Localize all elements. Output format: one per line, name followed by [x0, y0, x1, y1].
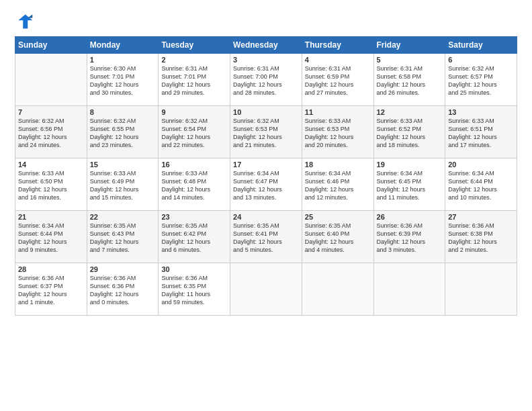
day-number: 3: [233, 56, 299, 64]
calendar: Sunday Monday Tuesday Wednesday Thursday…: [15, 36, 517, 316]
table-row: 14Sunrise: 6:33 AM Sunset: 6:50 PM Dayli…: [15, 158, 87, 211]
day-number: 17: [233, 161, 299, 169]
header-monday: Monday: [87, 37, 159, 54]
logo-icon: [15, 12, 34, 31]
table-row: 30Sunrise: 6:36 AM Sunset: 6:35 PM Dayli…: [159, 263, 230, 316]
day-info: Sunrise: 6:32 AM Sunset: 6:57 PM Dayligh…: [448, 64, 514, 97]
table-row: 9Sunrise: 6:32 AM Sunset: 6:54 PM Daylig…: [159, 106, 230, 158]
day-number: 1: [90, 56, 156, 64]
day-number: 12: [377, 108, 443, 116]
table-row: 5Sunrise: 6:31 AM Sunset: 6:58 PM Daylig…: [373, 54, 445, 106]
header-thursday: Thursday: [302, 37, 373, 54]
day-number: 6: [448, 56, 514, 64]
day-info: Sunrise: 6:34 AM Sunset: 6:44 PM Dayligh…: [448, 169, 514, 202]
table-row: 23Sunrise: 6:35 AM Sunset: 6:42 PM Dayli…: [159, 211, 230, 263]
table-row: [445, 263, 517, 316]
table-row: 10Sunrise: 6:32 AM Sunset: 6:53 PM Dayli…: [230, 106, 302, 158]
day-info: Sunrise: 6:31 AM Sunset: 6:59 PM Dayligh…: [305, 64, 371, 97]
logo: [15, 12, 36, 31]
day-number: 18: [305, 161, 371, 169]
table-row: 21Sunrise: 6:34 AM Sunset: 6:44 PM Dayli…: [15, 211, 87, 263]
table-row: 25Sunrise: 6:35 AM Sunset: 6:40 PM Dayli…: [302, 211, 373, 263]
day-info: Sunrise: 6:30 AM Sunset: 7:01 PM Dayligh…: [90, 64, 156, 97]
table-row: 29Sunrise: 6:36 AM Sunset: 6:36 PM Dayli…: [87, 263, 159, 316]
day-info: Sunrise: 6:31 AM Sunset: 7:00 PM Dayligh…: [233, 64, 299, 97]
header-friday: Friday: [373, 37, 445, 54]
calendar-week-row: 7Sunrise: 6:32 AM Sunset: 6:56 PM Daylig…: [15, 106, 517, 158]
table-row: 8Sunrise: 6:32 AM Sunset: 6:55 PM Daylig…: [87, 106, 159, 158]
calendar-week-row: 14Sunrise: 6:33 AM Sunset: 6:50 PM Dayli…: [15, 158, 517, 211]
day-number: 20: [448, 161, 514, 169]
day-info: Sunrise: 6:34 AM Sunset: 6:47 PM Dayligh…: [233, 169, 299, 202]
table-row: 22Sunrise: 6:35 AM Sunset: 6:43 PM Dayli…: [87, 211, 159, 263]
table-row: [373, 263, 445, 316]
day-info: Sunrise: 6:36 AM Sunset: 6:38 PM Dayligh…: [448, 222, 514, 255]
day-number: 29: [90, 265, 156, 273]
day-number: 30: [161, 265, 227, 273]
day-number: 15: [90, 161, 156, 169]
day-number: 2: [161, 56, 227, 64]
day-info: Sunrise: 6:33 AM Sunset: 6:48 PM Dayligh…: [161, 169, 227, 202]
table-row: 24Sunrise: 6:35 AM Sunset: 6:41 PM Dayli…: [230, 211, 302, 263]
table-row: 20Sunrise: 6:34 AM Sunset: 6:44 PM Dayli…: [445, 158, 517, 211]
day-number: 27: [448, 213, 514, 221]
calendar-week-row: 1Sunrise: 6:30 AM Sunset: 7:01 PM Daylig…: [15, 54, 517, 106]
table-row: 28Sunrise: 6:36 AM Sunset: 6:37 PM Dayli…: [15, 263, 87, 316]
table-row: 11Sunrise: 6:33 AM Sunset: 6:53 PM Dayli…: [302, 106, 373, 158]
table-row: 27Sunrise: 6:36 AM Sunset: 6:38 PM Dayli…: [445, 211, 517, 263]
day-info: Sunrise: 6:36 AM Sunset: 6:37 PM Dayligh…: [18, 274, 84, 307]
table-row: 6Sunrise: 6:32 AM Sunset: 6:57 PM Daylig…: [445, 54, 517, 106]
day-number: 9: [161, 108, 227, 116]
day-info: Sunrise: 6:36 AM Sunset: 6:35 PM Dayligh…: [161, 274, 227, 307]
table-row: 12Sunrise: 6:33 AM Sunset: 6:52 PM Dayli…: [373, 106, 445, 158]
day-number: 25: [305, 213, 371, 221]
day-number: 23: [161, 213, 227, 221]
day-info: Sunrise: 6:32 AM Sunset: 6:54 PM Dayligh…: [161, 117, 227, 150]
day-number: 19: [377, 161, 443, 169]
day-info: Sunrise: 6:36 AM Sunset: 6:36 PM Dayligh…: [90, 274, 156, 307]
day-number: 4: [305, 56, 371, 64]
day-info: Sunrise: 6:32 AM Sunset: 6:55 PM Dayligh…: [90, 117, 156, 150]
day-number: 5: [377, 56, 443, 64]
table-row: 26Sunrise: 6:36 AM Sunset: 6:39 PM Dayli…: [373, 211, 445, 263]
day-info: Sunrise: 6:35 AM Sunset: 6:41 PM Dayligh…: [233, 222, 299, 255]
header-sunday: Sunday: [15, 37, 87, 54]
day-number: 7: [18, 108, 84, 116]
header-wednesday: Wednesday: [230, 37, 302, 54]
table-row: 2Sunrise: 6:31 AM Sunset: 7:01 PM Daylig…: [159, 54, 230, 106]
day-info: Sunrise: 6:33 AM Sunset: 6:51 PM Dayligh…: [448, 117, 514, 150]
header-tuesday: Tuesday: [159, 37, 230, 54]
table-row: [15, 54, 87, 106]
table-row: [230, 263, 302, 316]
day-info: Sunrise: 6:33 AM Sunset: 6:50 PM Dayligh…: [18, 169, 84, 202]
day-info: Sunrise: 6:33 AM Sunset: 6:53 PM Dayligh…: [305, 117, 371, 150]
table-row: 15Sunrise: 6:33 AM Sunset: 6:49 PM Dayli…: [87, 158, 159, 211]
day-number: 22: [90, 213, 156, 221]
day-number: 13: [448, 108, 514, 116]
weekday-header-row: Sunday Monday Tuesday Wednesday Thursday…: [15, 37, 517, 54]
table-row: [302, 263, 373, 316]
day-number: 11: [305, 108, 371, 116]
calendar-week-row: 21Sunrise: 6:34 AM Sunset: 6:44 PM Dayli…: [15, 211, 517, 263]
day-number: 21: [18, 213, 84, 221]
day-info: Sunrise: 6:31 AM Sunset: 6:58 PM Dayligh…: [377, 64, 443, 97]
calendar-week-row: 28Sunrise: 6:36 AM Sunset: 6:37 PM Dayli…: [15, 263, 517, 316]
day-info: Sunrise: 6:32 AM Sunset: 6:53 PM Dayligh…: [233, 117, 299, 150]
day-info: Sunrise: 6:33 AM Sunset: 6:52 PM Dayligh…: [377, 117, 443, 150]
day-info: Sunrise: 6:34 AM Sunset: 6:46 PM Dayligh…: [305, 169, 371, 202]
day-number: 16: [161, 161, 227, 169]
day-number: 26: [377, 213, 443, 221]
table-row: 17Sunrise: 6:34 AM Sunset: 6:47 PM Dayli…: [230, 158, 302, 211]
page: Sunday Monday Tuesday Wednesday Thursday…: [0, 0, 532, 411]
day-info: Sunrise: 6:35 AM Sunset: 6:43 PM Dayligh…: [90, 222, 156, 255]
table-row: 19Sunrise: 6:34 AM Sunset: 6:45 PM Dayli…: [373, 158, 445, 211]
table-row: 16Sunrise: 6:33 AM Sunset: 6:48 PM Dayli…: [159, 158, 230, 211]
day-number: 14: [18, 161, 84, 169]
day-info: Sunrise: 6:35 AM Sunset: 6:42 PM Dayligh…: [161, 222, 227, 255]
day-info: Sunrise: 6:33 AM Sunset: 6:49 PM Dayligh…: [90, 169, 156, 202]
day-number: 24: [233, 213, 299, 221]
day-info: Sunrise: 6:35 AM Sunset: 6:40 PM Dayligh…: [305, 222, 371, 255]
day-number: 8: [90, 108, 156, 116]
table-row: 1Sunrise: 6:30 AM Sunset: 7:01 PM Daylig…: [87, 54, 159, 106]
table-row: 7Sunrise: 6:32 AM Sunset: 6:56 PM Daylig…: [15, 106, 87, 158]
